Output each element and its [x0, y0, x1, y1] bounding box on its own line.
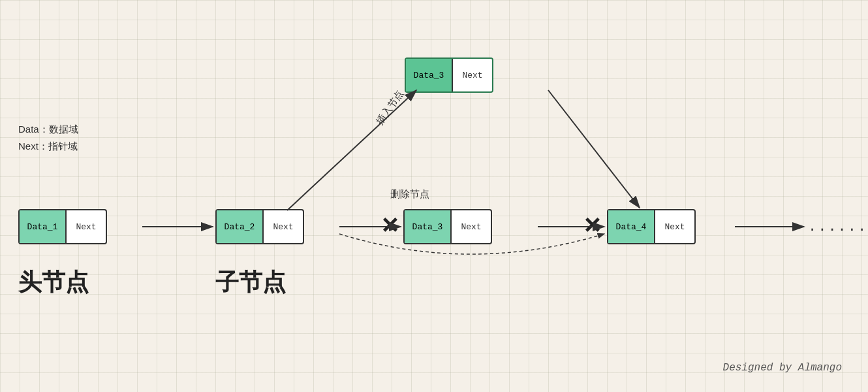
- node4-next: Next: [655, 210, 694, 243]
- node2: Data_2 Next: [215, 209, 304, 244]
- node3-top-data: Data_3: [406, 59, 453, 91]
- ellipsis: ......: [808, 219, 867, 235]
- node1-next: Next: [67, 210, 106, 243]
- node3-mid-data: Data_3: [405, 210, 452, 243]
- node3-mid: Data_3 Next: [403, 209, 492, 244]
- node3-mid-next: Next: [452, 210, 491, 243]
- node2-data: Data_2: [217, 210, 264, 243]
- insert-label: 插入节点: [374, 88, 407, 127]
- next-legend: Next：指针域: [18, 138, 78, 155]
- node4: Data_4 Next: [607, 209, 696, 244]
- node4-data: Data_4: [608, 210, 655, 243]
- node1: Data_1 Next: [18, 209, 107, 244]
- legend: Data：数据域 Next：指针域: [18, 121, 78, 154]
- node3-top: Data_3 Next: [405, 57, 493, 93]
- node2-next: Next: [264, 210, 303, 243]
- node3-top-next: Next: [453, 59, 492, 91]
- head-label: 头节点: [18, 267, 89, 299]
- watermark: Designed by Almango: [723, 362, 842, 374]
- node1-data: Data_1: [20, 210, 67, 243]
- data-legend: Data：数据域: [18, 121, 78, 138]
- child-label: 子节点: [215, 267, 286, 299]
- svg-line-7: [548, 90, 640, 208]
- delete-label: 删除节点: [390, 188, 429, 201]
- delete-mark-2: ✕: [583, 212, 601, 238]
- delete-mark-1: ✕: [380, 212, 399, 238]
